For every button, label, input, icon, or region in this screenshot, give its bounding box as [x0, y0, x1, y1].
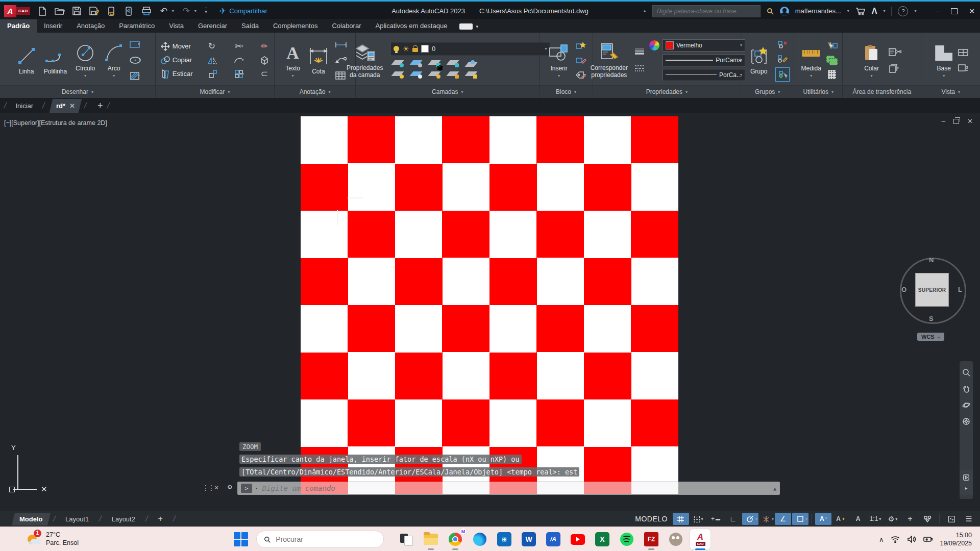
task-view-button[interactable] [396, 529, 416, 549]
customization-menu-button[interactable]: ☰ [961, 513, 977, 525]
edge-icon[interactable] [470, 529, 490, 549]
hatch-dropdown[interactable]: ▾ [138, 73, 140, 78]
ribbon-tab-colaborar[interactable]: Colaborar [325, 19, 368, 33]
panel-label-transferencia[interactable]: Área de transferência [843, 85, 921, 98]
linetype-dropdown[interactable]: PorCa...▾ [663, 69, 745, 81]
autodesk-dropdown[interactable]: ▾ [883, 9, 885, 13]
create-block-icon[interactable] [575, 40, 586, 51]
layer-match-icon[interactable] [465, 70, 478, 79]
workspace-gear-button[interactable]: ⚙▾ [885, 513, 901, 525]
autocad-app-logo[interactable]: ACAD [4, 5, 30, 17]
layer-unlock2-icon[interactable] [447, 70, 459, 79]
grupo-button[interactable]: Grupo [746, 44, 772, 77]
orbit-tool-icon[interactable] [962, 401, 970, 409]
doc-restore-button[interactable] [953, 119, 959, 124]
drawing-area[interactable]: [−][Superior][Estrutura de arame 2D] – ✕… [0, 113, 980, 511]
help-search-input[interactable] [656, 7, 757, 15]
colar-dropdown[interactable]: ▾ [871, 73, 873, 78]
battery-icon[interactable] [923, 536, 933, 542]
ribbon-tab-gerenciar[interactable]: Gerenciar [191, 19, 234, 33]
texto-button[interactable]: A Texto ▾ [283, 41, 302, 79]
annotation-monitor-plus[interactable]: + [902, 513, 918, 525]
autocad-taskbar-icon[interactable]: ACAD [690, 529, 710, 549]
panel-label-modificar[interactable]: Modificar▾ [156, 85, 274, 98]
microsoft-store-icon[interactable]: ⊞ [494, 529, 514, 549]
attributes-dropdown[interactable]: ▾ [584, 72, 586, 77]
annotation-scale-value[interactable]: 1:1▾ [867, 513, 884, 525]
help-search-box[interactable] [652, 5, 761, 17]
volume-icon[interactable] [907, 536, 916, 543]
base-dropdown[interactable]: ▾ [943, 73, 945, 78]
ellipse-dropdown[interactable]: ▾ [139, 58, 141, 62]
doc-minimize-button[interactable]: – [942, 117, 945, 125]
command-window-drag-handle[interactable]: ⋮⋮ [202, 484, 213, 492]
account-dropdown[interactable]: ▾ [847, 9, 849, 13]
isolate-objects-button[interactable] [919, 513, 936, 525]
autodesk-logo-icon[interactable]: Λ [872, 7, 877, 16]
new-drawing-tab-button[interactable]: + [97, 101, 103, 111]
layer-on-all-icon[interactable] [392, 70, 404, 79]
viewcube[interactable]: N S L O SUPERIOR [897, 255, 966, 324]
layer-unisolate-icon[interactable] [410, 70, 423, 79]
taskbar-search-box[interactable] [256, 531, 384, 548]
lineweight-dropdown[interactable]: PorCama▾ [663, 54, 745, 66]
help-icon[interactable]: ? [898, 6, 908, 16]
save-button[interactable] [72, 7, 82, 16]
ribbon-tab-saida[interactable]: Saída [234, 19, 266, 33]
youtube-icon[interactable] [568, 529, 588, 549]
gimp-icon[interactable] [666, 529, 686, 549]
filezilla-icon[interactable]: FZ [641, 529, 662, 549]
file-tab-rd[interactable]: rd*✕ [49, 99, 82, 113]
undo-button[interactable]: ↶ [159, 7, 169, 16]
scale-icon[interactable] [207, 68, 218, 80]
ribbon-tab-inserir[interactable]: Inserir [37, 19, 69, 33]
medida-button[interactable]: Medida ▾ [799, 41, 823, 79]
group-edit-icon[interactable] [775, 53, 790, 64]
command-history-up-icon[interactable]: ▲ [773, 486, 776, 491]
pan-tool-icon[interactable] [962, 385, 970, 393]
file-tab-iniciar[interactable]: Iniciar [10, 99, 38, 113]
explode-icon[interactable] [259, 55, 270, 66]
redo-button[interactable]: ↷ [181, 7, 191, 16]
search-icon[interactable] [767, 8, 774, 15]
viewport-dropdown[interactable]: ▾ [966, 50, 968, 55]
customize-qat-dropdown[interactable]: ▾ [205, 8, 207, 14]
layer-thaw-all-icon[interactable] [429, 70, 441, 79]
polar-dropdown[interactable]: ▾ [755, 517, 757, 521]
wcs-menu[interactable]: WCS⌄ [917, 333, 944, 341]
help-dropdown[interactable]: ▾ [914, 9, 916, 13]
layer-freeze-icon[interactable]: ❄ [429, 59, 441, 67]
annotation-scale-icon[interactable]: A [850, 513, 866, 525]
layer-properties-button[interactable]: Propriedades da camada [345, 40, 385, 80]
quick-calc-overlap-icon[interactable] [826, 55, 838, 66]
tray-show-hidden-icon[interactable]: ∧ [879, 536, 884, 543]
rotate-icon[interactable]: ↻ [206, 41, 217, 52]
annotation-visibility-toggle[interactable]: A° [815, 513, 831, 525]
viewcube-east[interactable]: L [958, 286, 962, 293]
inserir-button[interactable]: Inserir ▾ [546, 41, 572, 79]
plot-button[interactable] [141, 7, 152, 16]
show-motion-icon[interactable] [963, 474, 970, 481]
spotify-icon[interactable] [617, 529, 637, 549]
layer-off-icon[interactable] [392, 59, 404, 67]
start-button[interactable] [231, 529, 251, 549]
mirror-icon[interactable] [207, 55, 218, 66]
command-input-bar[interactable]: > ▾ ▲ [237, 482, 780, 495]
esticar-button[interactable]: Esticar [160, 68, 193, 80]
viewcube-face-top[interactable]: SUPERIOR [915, 273, 949, 307]
file-explorer-icon[interactable] [421, 529, 441, 549]
account-name[interactable]: maffernandes... [795, 7, 841, 15]
steering-wheel-icon[interactable] [962, 417, 970, 425]
circulo-dropdown[interactable]: ▾ [84, 73, 86, 78]
command-window-close-icon[interactable]: ✕ [214, 483, 218, 491]
viewport-controls-label[interactable]: [−][Superior][Estrutura de arame 2D] [4, 119, 107, 127]
redo-dropdown[interactable]: ▾ [194, 9, 197, 13]
array-dropdown[interactable]: ▾ [242, 71, 244, 76]
layout-tab-modelo[interactable]: Modelo [12, 513, 51, 525]
minimize-button[interactable]: – [936, 7, 940, 15]
ribbon-tab-parametrico[interactable]: Paramétrico [112, 19, 162, 33]
open-file-button[interactable] [55, 7, 65, 16]
layer-unlock-icon[interactable] [412, 48, 418, 52]
close-button[interactable]: ✕ [969, 7, 975, 15]
panel-label-propriedades[interactable]: Propriedades▾ [593, 85, 741, 98]
